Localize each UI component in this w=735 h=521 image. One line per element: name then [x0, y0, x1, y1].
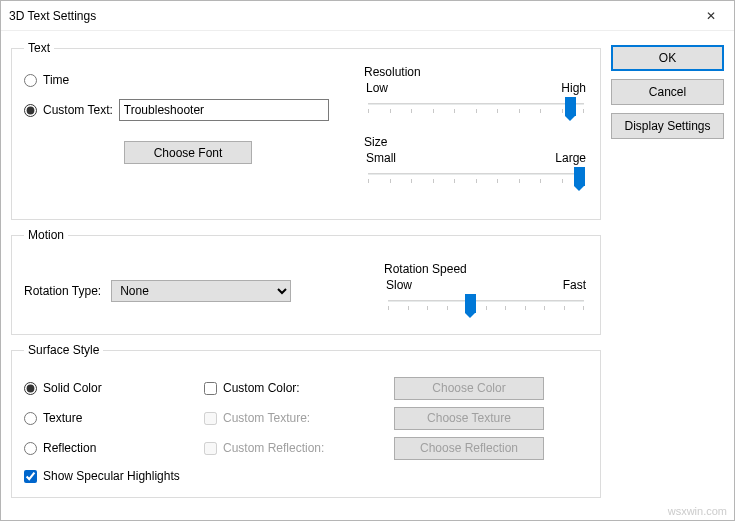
title-bar: 3D Text Settings ✕ [1, 1, 734, 31]
cancel-button[interactable]: Cancel [611, 79, 724, 105]
surface-legend: Surface Style [24, 343, 103, 357]
resolution-slider[interactable] [364, 95, 588, 123]
specular-label: Show Specular Highlights [43, 469, 180, 483]
reflection-radio[interactable] [24, 442, 37, 455]
choose-texture-button[interactable]: Choose Texture [394, 407, 544, 430]
rotation-speed-thumb[interactable] [465, 294, 476, 313]
custom-text-label: Custom Text: [43, 103, 113, 117]
resolution-slider-block: Resolution Low High [364, 65, 588, 123]
time-radio[interactable] [24, 74, 37, 87]
size-slider[interactable] [364, 165, 588, 193]
ok-button[interactable]: OK [611, 45, 724, 71]
custom-text-radio[interactable] [24, 104, 37, 117]
custom-color-label: Custom Color: [223, 381, 300, 395]
resolution-label: Resolution [364, 65, 588, 79]
watermark: wsxwin.com [668, 505, 727, 517]
choose-font-button[interactable]: Choose Font [124, 141, 252, 164]
rotation-type-label: Rotation Type: [24, 284, 101, 298]
texture-radio[interactable] [24, 412, 37, 425]
texture-label: Texture [43, 411, 82, 425]
custom-text-input[interactable] [119, 99, 329, 121]
resolution-min: Low [366, 81, 388, 95]
time-label: Time [43, 73, 69, 87]
resolution-max: High [561, 81, 586, 95]
motion-group: Motion Rotation Type: None Rotation Spee… [11, 228, 601, 335]
specular-checkbox[interactable] [24, 470, 37, 483]
surface-style-group: Surface Style Solid Color Custom Color: … [11, 343, 601, 498]
size-slider-block: Size Small Large [364, 135, 588, 193]
size-max: Large [555, 151, 586, 165]
size-thumb[interactable] [574, 167, 585, 186]
custom-texture-label: Custom Texture: [223, 411, 310, 425]
choose-reflection-button[interactable]: Choose Reflection [394, 437, 544, 460]
size-label: Size [364, 135, 588, 149]
rotation-speed-label: Rotation Speed [384, 262, 588, 276]
rotation-speed-min: Slow [386, 278, 412, 292]
close-button[interactable]: ✕ [688, 1, 734, 31]
custom-texture-checkbox [204, 412, 217, 425]
window-title: 3D Text Settings [9, 9, 96, 23]
solid-color-label: Solid Color [43, 381, 102, 395]
size-min: Small [366, 151, 396, 165]
close-icon: ✕ [706, 9, 716, 23]
rotation-speed-slider[interactable] [384, 292, 588, 320]
rotation-type-select[interactable]: None [111, 280, 291, 302]
solid-color-radio[interactable] [24, 382, 37, 395]
text-group: Text Time Custom Text: Choose Font [11, 41, 601, 220]
text-legend: Text [24, 41, 54, 55]
reflection-label: Reflection [43, 441, 96, 455]
display-settings-button[interactable]: Display Settings [611, 113, 724, 139]
custom-reflection-checkbox [204, 442, 217, 455]
custom-color-checkbox[interactable] [204, 382, 217, 395]
rotation-speed-max: Fast [563, 278, 586, 292]
choose-color-button[interactable]: Choose Color [394, 377, 544, 400]
custom-reflection-label: Custom Reflection: [223, 441, 324, 455]
resolution-thumb[interactable] [565, 97, 576, 116]
motion-legend: Motion [24, 228, 68, 242]
